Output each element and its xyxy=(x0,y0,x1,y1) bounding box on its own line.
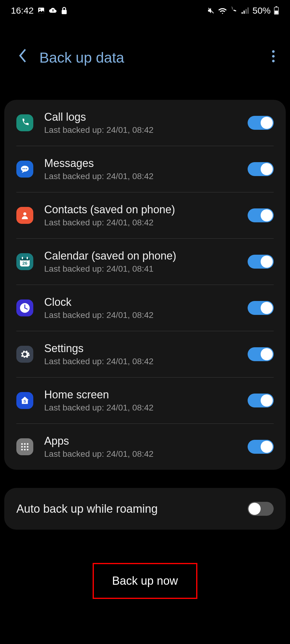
svg-point-29 xyxy=(24,443,25,445)
backup-items-card: Call logsLast backed up: 24/01, 08:42Mes… xyxy=(4,100,286,470)
toggle-knob xyxy=(261,441,273,453)
svg-point-1 xyxy=(39,9,41,10)
backup-item-row: 26Calendar (saved on phone)Last backed u… xyxy=(16,239,274,285)
backup-item-subtitle: Last backed up: 24/01, 08:42 xyxy=(44,125,248,135)
backup-now-button[interactable]: Back up now xyxy=(93,563,197,599)
svg-point-11 xyxy=(272,50,275,53)
svg-rect-10 xyxy=(275,11,278,14)
svg-rect-6 xyxy=(246,9,247,14)
backup-item-title: Home screen xyxy=(44,388,248,401)
mute-icon xyxy=(207,7,215,15)
volte-icon xyxy=(230,7,239,15)
backup-item-row: SettingsLast backed up: 24/01, 08:42 xyxy=(16,331,274,378)
backup-item-subtitle: Last backed up: 24/01, 08:42 xyxy=(44,357,248,366)
backup-item-title: Settings xyxy=(44,342,248,355)
backup-item-title: Calendar (saved on phone) xyxy=(44,250,248,262)
backup-item-toggle[interactable] xyxy=(248,208,274,222)
svg-point-18 xyxy=(23,212,26,215)
backup-item-title: Messages xyxy=(44,157,248,170)
backup-item-toggle[interactable] xyxy=(248,255,274,269)
toggle-knob xyxy=(261,302,273,314)
backup-button-container: Back up now xyxy=(0,563,290,599)
battery-percent: 50% xyxy=(252,5,271,16)
svg-text:S: S xyxy=(24,399,26,404)
wifi-icon xyxy=(218,7,227,14)
svg-point-13 xyxy=(272,60,275,62)
calendar-icon: 26 xyxy=(16,253,33,270)
backup-item-text: Home screenLast backed up: 24/01, 08:42 xyxy=(44,388,248,413)
home-icon: S xyxy=(16,392,33,409)
toggle-knob xyxy=(261,394,273,407)
backup-item-row: ClockLast backed up: 24/01, 08:42 xyxy=(16,285,274,331)
svg-point-32 xyxy=(24,446,25,447)
apps-icon xyxy=(16,438,33,455)
backup-item-title: Call logs xyxy=(44,111,248,123)
backup-item-subtitle: Last backed up: 24/01, 08:42 xyxy=(44,218,248,227)
backup-item-text: AppsLast backed up: 24/01, 08:42 xyxy=(44,435,248,459)
backup-item-toggle[interactable] xyxy=(248,162,274,176)
roaming-toggle[interactable] xyxy=(248,502,274,516)
roaming-label: Auto back up while roaming xyxy=(16,502,248,515)
svg-point-33 xyxy=(27,446,28,447)
backup-item-title: Apps xyxy=(44,435,248,447)
backup-item-row: AppsLast backed up: 24/01, 08:42 xyxy=(16,424,274,470)
backup-item-title: Contacts (saved on phone) xyxy=(44,203,248,216)
status-bar: 16:42 50% xyxy=(0,0,290,21)
backup-item-toggle[interactable] xyxy=(248,301,274,315)
backup-item-text: Calendar (saved on phone)Last backed up:… xyxy=(44,250,248,274)
backup-item-toggle[interactable] xyxy=(248,440,274,454)
svg-rect-20 xyxy=(20,258,30,260)
svg-rect-7 xyxy=(247,8,249,14)
svg-point-36 xyxy=(27,449,28,450)
backup-item-subtitle: Last backed up: 24/01, 08:42 xyxy=(44,403,248,413)
toggle-knob xyxy=(261,209,273,221)
svg-point-35 xyxy=(24,449,25,450)
backup-item-text: Call logsLast backed up: 24/01, 08:42 xyxy=(44,111,248,135)
svg-point-15 xyxy=(22,168,24,169)
backup-item-subtitle: Last backed up: 24/01, 08:41 xyxy=(44,264,248,274)
messages-icon xyxy=(16,161,33,178)
more-button[interactable] xyxy=(269,50,278,65)
backup-item-title: Clock xyxy=(44,296,248,309)
svg-rect-2 xyxy=(62,10,67,14)
svg-text:26: 26 xyxy=(22,260,28,266)
cloud-icon xyxy=(49,7,57,14)
svg-point-12 xyxy=(272,55,275,57)
backup-item-text: ClockLast backed up: 24/01, 08:42 xyxy=(44,296,248,320)
backup-item-toggle[interactable] xyxy=(248,394,274,407)
toggle-knob xyxy=(261,348,273,360)
svg-rect-21 xyxy=(22,257,23,259)
clock-icon xyxy=(16,299,33,316)
svg-point-17 xyxy=(26,168,27,169)
backup-item-row: Contacts (saved on phone)Last backed up:… xyxy=(16,192,274,239)
svg-rect-5 xyxy=(243,11,245,14)
lock-icon xyxy=(61,7,68,15)
backup-item-row: SHome screenLast backed up: 24/01, 08:42 xyxy=(16,378,274,424)
svg-rect-22 xyxy=(27,257,28,259)
contacts-icon xyxy=(16,207,33,224)
toggle-knob xyxy=(261,163,273,175)
signal-icon xyxy=(242,7,249,14)
status-time: 16:42 xyxy=(11,5,34,16)
svg-point-16 xyxy=(24,168,25,169)
settings-icon xyxy=(16,346,33,363)
battery-icon xyxy=(274,6,279,15)
header: Back up data xyxy=(0,21,290,82)
page-title: Back up data xyxy=(39,49,269,66)
svg-point-34 xyxy=(21,449,23,450)
backup-item-row: MessagesLast backed up: 24/01, 08:42 xyxy=(16,146,274,192)
backup-item-subtitle: Last backed up: 24/01, 08:42 xyxy=(44,172,248,181)
status-left: 16:42 xyxy=(11,5,68,16)
picture-icon xyxy=(37,7,45,15)
backup-item-toggle[interactable] xyxy=(248,116,274,130)
svg-point-31 xyxy=(21,446,23,447)
backup-item-text: SettingsLast backed up: 24/01, 08:42 xyxy=(44,342,248,366)
back-button[interactable] xyxy=(18,48,27,67)
toggle-knob xyxy=(261,117,273,129)
svg-point-30 xyxy=(27,443,28,445)
toggle-knob xyxy=(261,256,273,268)
svg-point-28 xyxy=(21,443,23,445)
status-right: 50% xyxy=(207,5,279,16)
backup-item-toggle[interactable] xyxy=(248,347,274,361)
phone-icon xyxy=(16,114,33,131)
